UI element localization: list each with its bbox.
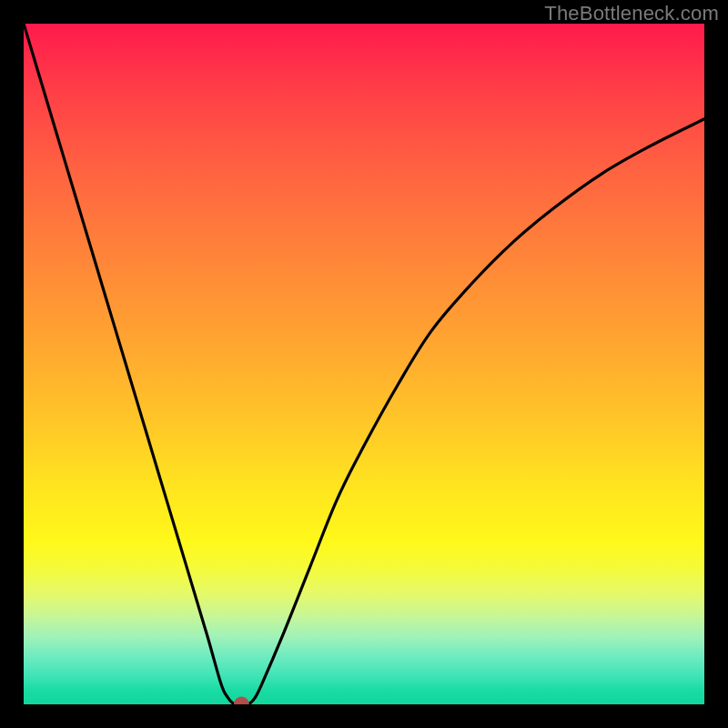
- curve-svg: [24, 24, 704, 704]
- watermark-text: TheBottleneck.com: [544, 2, 719, 25]
- plot-area: [24, 24, 704, 704]
- bottleneck-curve: [24, 24, 704, 704]
- chart-frame: TheBottleneck.com: [0, 0, 728, 728]
- minimum-marker: [234, 697, 248, 704]
